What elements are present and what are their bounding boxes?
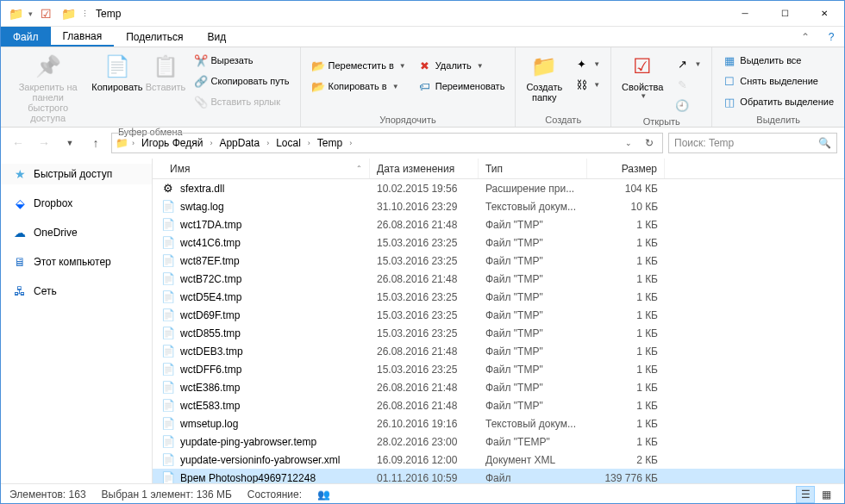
properties-button[interactable]: ☑ Свойства ▼ — [618, 51, 667, 102]
copy-to-button[interactable]: 📂Копировать в▼ — [308, 77, 410, 96]
file-type: Файл "TMP" — [479, 255, 587, 267]
copy-button[interactable]: 📄 Копировать — [93, 51, 141, 94]
new-item-button[interactable]: ✦▼ — [571, 54, 604, 73]
nav-quick-access[interactable]: ★Быстрый доступ — [1, 164, 152, 184]
file-date: 01.11.2016 10:59 — [370, 472, 479, 484]
up-button[interactable]: ↑ — [85, 133, 106, 153]
move-to-button[interactable]: 📂Переместить в▼ — [308, 56, 410, 75]
crumb-2[interactable]: Local — [272, 137, 304, 149]
file-row[interactable]: 📄wctD855.tmp15.03.2016 23:25Файл "TMP"1 … — [153, 324, 844, 342]
new-folder-button[interactable]: 📁 Создать папку — [523, 51, 566, 104]
minimize-button[interactable]: ─ — [725, 1, 765, 27]
file-row[interactable]: 📄yupdate-versioninfo-yabrowser.xml16.09.… — [153, 451, 844, 469]
file-row[interactable]: ⚙sfextra.dll10.02.2015 19:56Расширение п… — [153, 179, 844, 197]
ribbon-collapse-button[interactable]: ⌃ — [792, 27, 818, 47]
edit-button[interactable]: ✎ — [672, 75, 704, 94]
rows[interactable]: ⚙sfextra.dll10.02.2015 19:56Расширение п… — [153, 179, 844, 483]
easy-access-button[interactable]: ⛓▼ — [571, 75, 604, 94]
file-row[interactable]: 📄wctD5E4.tmp15.03.2016 23:25Файл "TMP"1 … — [153, 288, 844, 306]
select-none-button[interactable]: ☐Снять выделение — [719, 72, 837, 90]
file-row[interactable]: 📄yupdate-ping-yabrowser.temp28.02.2016 2… — [153, 432, 844, 451]
file-name: Врем Photoshop4969712248 — [180, 472, 316, 484]
file-name: wctE386.tmp — [180, 382, 240, 394]
history-button[interactable]: 🕘 — [672, 96, 704, 115]
forward-button[interactable]: → — [34, 133, 54, 153]
tab-file[interactable]: Файл — [1, 27, 51, 47]
invert-icon: ◫ — [723, 95, 736, 109]
file-date: 26.08.2016 21:48 — [370, 219, 479, 231]
back-button[interactable]: ← — [8, 133, 28, 153]
file-icon: 📄 — [161, 453, 175, 467]
paste-button[interactable]: 📋 Вставить — [146, 51, 185, 94]
copy-icon: 📄 — [103, 53, 131, 80]
file-row[interactable]: 📄wct41C6.tmp15.03.2016 23:25Файл "TMP"1 … — [153, 233, 844, 252]
help-button[interactable]: ? — [818, 27, 844, 47]
file-row[interactable]: 📄wctD69F.tmp15.03.2016 23:25Файл "TMP"1 … — [153, 306, 844, 324]
status-count: Элементов: 163 — [9, 488, 102, 501]
file-row[interactable]: 📄wctDFF6.tmp15.03.2016 23:25Файл "TMP"1 … — [153, 360, 844, 378]
nav-network[interactable]: 🖧Сеть — [1, 281, 152, 302]
addr-dropdown[interactable]: ⌄ — [619, 139, 638, 147]
file-row[interactable]: 📄wctE583.tmp26.08.2016 21:48Файл "TMP"1 … — [153, 396, 844, 414]
tab-home[interactable]: Главная — [51, 27, 115, 47]
details-view-button[interactable]: ☰ — [796, 486, 815, 503]
file-row[interactable]: 📄wct87EF.tmp15.03.2016 23:25Файл "TMP"1 … — [153, 252, 844, 270]
paste-shortcut-button[interactable]: 📎Вставить ярлык — [191, 92, 293, 111]
file-icon: 📄 — [161, 236, 175, 250]
crumb-0[interactable]: Игорь Федяй — [138, 137, 206, 149]
file-row[interactable]: 📄Врем Photoshop496971224801.11.2016 10:5… — [153, 469, 844, 483]
file-row[interactable]: 📄swtag.log31.10.2016 23:29Текстовый доку… — [153, 197, 844, 215]
file-row[interactable]: 📄wct17DA.tmp26.08.2016 21:48Файл "TMP"1 … — [153, 215, 844, 233]
pc-icon: 🖥 — [13, 255, 27, 269]
file-row[interactable]: 📄wctDEB3.tmp26.08.2016 21:48Файл "TMP"1 … — [153, 342, 844, 360]
file-type: Файл "TMP" — [479, 273, 587, 285]
status-shared-icon: 👥 — [317, 488, 346, 501]
file-date: 15.03.2016 23:25 — [370, 237, 479, 249]
file-row[interactable]: 📄wctB72C.tmp26.08.2016 21:48Файл "TMP"1 … — [153, 270, 844, 288]
close-button[interactable]: ✕ — [804, 1, 844, 27]
file-type: Файл "TMP" — [479, 291, 587, 303]
open-button[interactable]: ↗▼ — [672, 54, 704, 73]
new-folder-qat[interactable]: 📁 — [59, 4, 78, 23]
copy-path-button[interactable]: 🔗Скопировать путь — [191, 72, 293, 90]
tab-view[interactable]: Вид — [195, 27, 238, 47]
tab-share[interactable]: Поделиться — [114, 27, 195, 47]
file-icon: 📄 — [161, 363, 175, 376]
nav-onedrive[interactable]: ☁OneDrive — [1, 222, 152, 243]
col-name[interactable]: Имя⌃ — [153, 159, 370, 178]
pin-to-quick-access-button[interactable]: 📌 Закрепить на панели быстрого доступа — [8, 51, 88, 125]
invert-selection-button[interactable]: ◫Обратить выделение — [719, 92, 837, 111]
cut-button[interactable]: ✂️Вырезать — [191, 51, 293, 70]
rename-button[interactable]: 🏷Переименовать — [415, 77, 509, 96]
file-row[interactable]: 📄wmsetup.log26.10.2016 19:16Текстовый до… — [153, 414, 844, 432]
properties-qat[interactable]: ☑ — [36, 4, 55, 23]
crumb-3[interactable]: Temp — [314, 137, 346, 149]
nav-dropbox[interactable]: ⬙Dropbox — [1, 193, 152, 214]
maximize-button[interactable]: ☐ — [765, 1, 804, 27]
search-icon: 🔍 — [818, 137, 831, 149]
breadcrumb[interactable]: 📁 › Игорь Федяй› AppData› Local› Temp› ⌄… — [111, 133, 663, 153]
chevron-right-icon[interactable]: › — [130, 139, 136, 147]
col-size[interactable]: Размер — [587, 159, 665, 178]
thumbnails-view-button[interactable]: ▦ — [817, 486, 836, 503]
delete-button[interactable]: ✖Удалить▼ — [415, 56, 509, 75]
file-date: 28.02.2016 23:00 — [370, 436, 479, 448]
crumb-1[interactable]: AppData — [216, 137, 263, 149]
file-size: 10 КБ — [587, 201, 665, 213]
file-name: yupdate-ping-yabrowser.temp — [180, 436, 316, 448]
refresh-button[interactable]: ↻ — [640, 137, 659, 149]
open-icon: ↗ — [675, 57, 689, 71]
history-dropdown[interactable]: ▼ — [59, 133, 80, 153]
content: ★Быстрый доступ ⬙Dropbox ☁OneDrive 🖥Этот… — [1, 159, 844, 483]
select-all-button[interactable]: ▦Выделить все — [719, 51, 837, 70]
nav-this-pc[interactable]: 🖥Этот компьютер — [1, 252, 152, 272]
folder-icon[interactable]: 📁 — [6, 4, 25, 23]
search-input[interactable]: Поиск: Temp 🔍 — [668, 133, 837, 153]
file-row[interactable]: 📄wctE386.tmp26.08.2016 21:48Файл "TMP"1 … — [153, 378, 844, 396]
edit-icon: ✎ — [675, 78, 689, 91]
file-size: 1 КБ — [587, 345, 665, 358]
file-date: 26.08.2016 21:48 — [370, 345, 479, 358]
col-date[interactable]: Дата изменения — [370, 159, 479, 178]
file-date: 15.03.2016 23:25 — [370, 309, 479, 321]
col-type[interactable]: Тип — [479, 159, 587, 178]
